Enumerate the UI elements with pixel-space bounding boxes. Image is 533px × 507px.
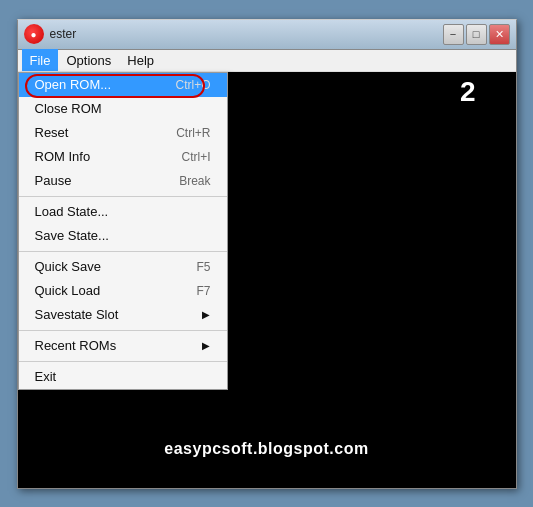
maximize-button[interactable]: □	[466, 24, 487, 45]
menu-savestate-slot[interactable]: Savestate Slot	[19, 303, 227, 327]
title-bar-buttons: − □ ✕	[443, 24, 510, 45]
menu-rom-info-shortcut: Ctrl+I	[181, 150, 210, 164]
menu-exit-label: Exit	[35, 369, 57, 384]
separator-4	[19, 361, 227, 362]
main-window: ● ester − □ ✕ File Options Help Open ROM…	[17, 19, 517, 489]
menu-pause[interactable]: Pause Break	[19, 169, 227, 193]
main-area: Open ROM... Ctrl+O Close ROM Reset Ctrl+…	[18, 72, 516, 488]
watermark-text: easypcsoft.blogspot.com	[18, 440, 516, 458]
menu-options[interactable]: Options	[58, 49, 119, 71]
menu-quick-load-label: Quick Load	[35, 283, 101, 298]
close-button[interactable]: ✕	[489, 24, 510, 45]
menu-rom-info-label: ROM Info	[35, 149, 91, 164]
menu-close-rom-label: Close ROM	[35, 101, 102, 116]
separator-3	[19, 330, 227, 331]
menu-exit[interactable]: Exit	[19, 365, 227, 389]
app-icon: ●	[24, 24, 44, 44]
file-dropdown-menu: Open ROM... Ctrl+O Close ROM Reset Ctrl+…	[18, 72, 228, 390]
menu-bar: File Options Help	[18, 50, 516, 72]
menu-reset-label: Reset	[35, 125, 69, 140]
menu-open-rom-shortcut: Ctrl+O	[175, 78, 210, 92]
separator-1	[19, 196, 227, 197]
menu-file[interactable]: File	[22, 49, 59, 71]
menu-quick-load-shortcut: F7	[196, 284, 210, 298]
menu-reset-shortcut: Ctrl+R	[176, 126, 210, 140]
menu-pause-shortcut: Break	[179, 174, 210, 188]
title-bar: ● ester − □ ✕	[18, 20, 516, 50]
menu-quick-save[interactable]: Quick Save F5	[19, 255, 227, 279]
number-label: 2	[460, 76, 476, 108]
menu-quick-save-shortcut: F5	[196, 260, 210, 274]
menu-quick-save-label: Quick Save	[35, 259, 101, 274]
menu-recent-roms-label: Recent ROMs	[35, 338, 117, 353]
menu-load-state[interactable]: Load State...	[19, 200, 227, 224]
menu-quick-load[interactable]: Quick Load F7	[19, 279, 227, 303]
title-bar-left: ● ester	[24, 24, 77, 44]
menu-recent-roms[interactable]: Recent ROMs	[19, 334, 227, 358]
menu-help[interactable]: Help	[119, 49, 162, 71]
minimize-button[interactable]: −	[443, 24, 464, 45]
menu-open-rom-label: Open ROM...	[35, 77, 112, 92]
window-title: ester	[50, 27, 77, 41]
separator-2	[19, 251, 227, 252]
menu-open-rom[interactable]: Open ROM... Ctrl+O	[19, 73, 227, 97]
menu-load-state-label: Load State...	[35, 204, 109, 219]
menu-pause-label: Pause	[35, 173, 72, 188]
menu-rom-info[interactable]: ROM Info Ctrl+I	[19, 145, 227, 169]
menu-save-state-label: Save State...	[35, 228, 109, 243]
menu-close-rom[interactable]: Close ROM	[19, 97, 227, 121]
menu-savestate-slot-label: Savestate Slot	[35, 307, 119, 322]
menu-reset[interactable]: Reset Ctrl+R	[19, 121, 227, 145]
menu-save-state[interactable]: Save State...	[19, 224, 227, 248]
